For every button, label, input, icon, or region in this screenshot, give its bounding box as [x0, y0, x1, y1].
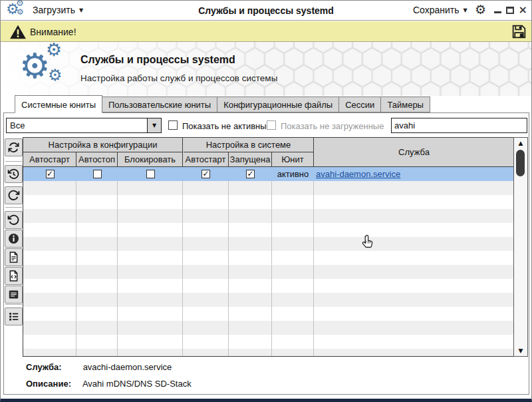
refresh-icon: [7, 141, 20, 154]
scroll-up-icon[interactable]: ▲: [514, 140, 527, 146]
toolbar-separator: [5, 207, 22, 208]
header-system-group: Настройка в системе: [184, 138, 314, 152]
header-service-column: Служба: [315, 138, 513, 167]
unit-state-cell: активно: [272, 169, 314, 179]
journal-button[interactable]: [5, 286, 23, 303]
dropdown-arrow-icon[interactable]: ▼: [147, 118, 161, 132]
save-floppy-icon[interactable]: [511, 23, 527, 40]
journal-icon: [7, 288, 20, 301]
header-unit: Юнит: [272, 152, 314, 167]
config-autostart-checkbox[interactable]: ✓: [46, 170, 55, 178]
search-input[interactable]: [391, 118, 527, 133]
detail-description-row: Описание: Avahi mDNS/DNS SD-Stack: [26, 379, 192, 389]
detail-description-label: Описание:: [26, 379, 80, 389]
page-subtitle: Настройка работы служб и процессов систе…: [80, 73, 277, 83]
window-controls: ×: [494, 6, 527, 14]
undo-button[interactable]: [5, 211, 23, 229]
toolbar-separator: [5, 161, 22, 162]
column-grid: [23, 167, 513, 356]
system-autostart-checkbox[interactable]: ✓: [201, 170, 210, 178]
tab-sessions[interactable]: Сессии: [339, 97, 381, 112]
show-inactive-checkbox[interactable]: [168, 120, 178, 130]
scope-dropdown[interactable]: Все ▼: [6, 118, 162, 133]
config-autostop-checkbox[interactable]: [93, 170, 102, 178]
detail-service-value: avachi-daemon.service: [83, 362, 172, 372]
tab-config-files[interactable]: Конфигурационные файлы: [217, 97, 339, 112]
titlebar: ⚙⚙⚙ Загрузить▼ Службы и процессы systemd…: [1, 1, 531, 21]
refresh-button[interactable]: [5, 138, 23, 156]
chevron-down-icon: ▼: [464, 7, 467, 13]
header-config-group: Настройка в конфигурации: [23, 138, 183, 152]
detail-service-row: Служба: avachi-daemon.service: [26, 362, 172, 372]
redo-icon: [7, 189, 20, 202]
settings-gear-icon[interactable]: ⚙: [475, 2, 486, 17]
show-unloaded-label: Показать не загруженные: [281, 121, 384, 131]
table-body: ✓ ✓ ✓ активно avahi-daemon.service: [23, 167, 513, 356]
save-menu-label: Сохранить: [413, 5, 460, 15]
config-block-checkbox[interactable]: [146, 170, 155, 178]
view-file-button[interactable]: [5, 248, 23, 266]
minimize-button[interactable]: [494, 11, 501, 13]
table-scrollbar[interactable]: ▲ ▼: [513, 137, 528, 357]
info-button[interactable]: [5, 230, 23, 248]
page-header: ⚙⚙⚙ Службы и процессы systemd Настройка …: [1, 42, 531, 96]
header-system-running: Запущена: [229, 152, 272, 167]
page-title: Службы и процессы systemd: [80, 54, 235, 66]
warning-triangle-icon: [9, 24, 27, 40]
app-window: ⚙⚙⚙ Загрузить▼ Службы и процессы systemd…: [0, 0, 532, 402]
close-button[interactable]: ×: [519, 6, 527, 14]
toolbar-separator: [5, 304, 22, 305]
tab-user-units[interactable]: Пользовательские юниты: [102, 97, 217, 112]
table-header: Настройка в конфигурации Настройка в сис…: [23, 138, 513, 167]
scope-dropdown-value: Все: [10, 120, 25, 130]
tab-system-units[interactable]: Системные юниты: [15, 95, 102, 113]
hexagon-pattern: [1, 42, 531, 96]
service-link[interactable]: avahi-daemon.service: [316, 169, 400, 179]
table-row[interactable]: ✓ ✓ ✓ активно avahi-daemon.service: [23, 167, 513, 181]
units-table: Настройка в конфигурации Настройка в сис…: [23, 137, 514, 357]
warning-text: Внимание!: [30, 27, 76, 37]
warning-banner: Внимание!: [1, 21, 531, 42]
info-icon: [7, 232, 20, 245]
header-config-autostop: Автостоп: [76, 152, 118, 167]
restore-history-button[interactable]: [5, 165, 23, 183]
unit-list-icon: [7, 310, 20, 323]
detail-service-label: Служба:: [26, 362, 80, 372]
maximize-button[interactable]: [506, 7, 514, 14]
system-running-checkbox[interactable]: ✓: [246, 170, 255, 178]
undo-icon: [7, 214, 20, 226]
show-unloaded-checkbox[interactable]: [267, 120, 276, 130]
module-gears-icon: ⚙⚙⚙: [19, 43, 76, 94]
file-icon: [7, 251, 20, 264]
header-config-autostart: Автостарт: [23, 152, 76, 167]
tab-timers[interactable]: Таймеры: [381, 97, 430, 112]
unit-list-button[interactable]: [5, 307, 23, 325]
detail-description-value: Avahi mDNS/DNS SD-Stack: [82, 379, 192, 389]
redo-button[interactable]: [5, 186, 23, 204]
header-config-block: Блокировать: [118, 152, 183, 167]
history-restore-icon: [7, 168, 20, 180]
hand-cursor-icon: [360, 234, 374, 249]
save-menu-button[interactable]: Сохранить▼: [413, 5, 467, 15]
show-inactive-label: Показать не активные: [182, 121, 271, 131]
scrollbar-thumb[interactable]: [516, 150, 525, 176]
file-code-icon: [7, 270, 20, 282]
service-cell: avahi-daemon.service: [314, 169, 513, 179]
edit-config-button[interactable]: [5, 267, 23, 285]
tab-bar: Системные юниты Пользовательские юниты К…: [15, 97, 430, 113]
header-system-autostart: Автостарт: [183, 152, 229, 167]
scroll-down-icon[interactable]: ▼: [514, 347, 527, 354]
main-panel: Все ▼ Показать не активные Показать не з…: [3, 112, 529, 395]
